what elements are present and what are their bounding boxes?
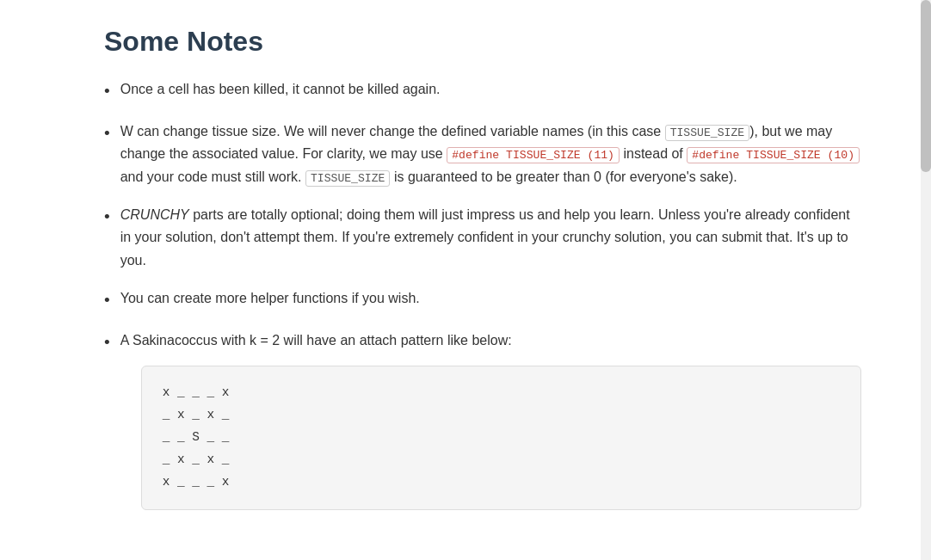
code-line-5: x _ _ _ x: [163, 471, 840, 494]
code-tissue-size-2: TISSUE_SIZE: [305, 170, 391, 187]
list-item: Once a cell has been killed, it cannot b…: [104, 78, 861, 105]
code-define-11: #define TISSUE_SIZE (11): [447, 147, 620, 163]
list-item-text: You can create more helper functions if …: [120, 287, 861, 310]
scrollbar-thumb[interactable]: [921, 0, 931, 172]
crunchy-em: CRUNCHY: [120, 207, 189, 222]
code-line-3: _ _ S _ _: [163, 427, 840, 449]
list-item-text: A Sakinacoccus with k = 2 will have an a…: [120, 329, 861, 352]
list-item-content: W can change tissue size. We will never …: [120, 120, 861, 188]
page-title: Some Notes: [104, 26, 861, 58]
code-line-1: x _ _ _ x: [163, 382, 840, 404]
code-define-10: #define TISSUE_SIZE (10): [687, 147, 860, 163]
list-item: CRUNCHY parts are totally optional; doin…: [104, 204, 861, 272]
list-item-text: Once a cell has been killed, it cannot b…: [120, 78, 861, 101]
scrollbar-track[interactable]: [921, 0, 931, 560]
list-item: W can change tissue size. We will never …: [104, 120, 861, 188]
list-item-text: W can change tissue size. We will never …: [120, 120, 861, 188]
list-item: A Sakinacoccus with k = 2 will have an a…: [104, 329, 861, 510]
list-item-content: Once a cell has been killed, it cannot b…: [120, 78, 861, 101]
notes-list: Once a cell has been killed, it cannot b…: [104, 78, 861, 510]
list-item-content: CRUNCHY parts are totally optional; doin…: [120, 204, 861, 272]
code-line-4: _ x _ x _: [163, 449, 840, 471]
list-item-text: CRUNCHY parts are totally optional; doin…: [120, 204, 861, 272]
page-container: Some Notes Once a cell has been killed, …: [35, 0, 896, 560]
list-item-content: A Sakinacoccus with k = 2 will have an a…: [120, 329, 861, 510]
code-tissue-size-1: TISSUE_SIZE: [665, 125, 750, 141]
list-item-content: You can create more helper functions if …: [120, 287, 861, 310]
code-block: x _ _ _ x _ x _ x _ _ _ S _ _ _ x _ x _ …: [141, 366, 861, 510]
list-item: You can create more helper functions if …: [104, 287, 861, 314]
code-line-2: _ x _ x _: [163, 404, 840, 427]
